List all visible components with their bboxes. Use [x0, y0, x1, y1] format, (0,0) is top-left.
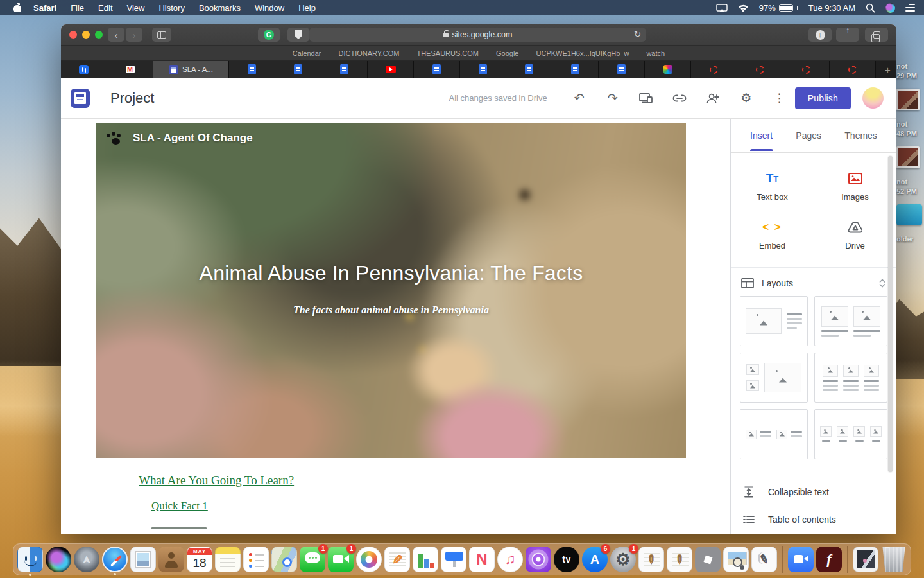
grammarly-extension-button[interactable]: G	[258, 28, 280, 42]
panel-tab-themes[interactable]: Themes	[843, 120, 878, 151]
desktop-file-label[interactable]: not52 PM	[896, 177, 924, 197]
dock-photos[interactable]	[356, 547, 382, 572]
tab-red-site[interactable]	[783, 61, 830, 78]
favorite-bookmark[interactable]: Google	[496, 49, 518, 57]
dock-pages[interactable]	[384, 547, 410, 572]
panel-tab-insert[interactable]: Insert	[749, 120, 774, 151]
dock-textedit[interactable]	[638, 547, 664, 572]
desktop-screenshot-thumbnail[interactable]	[896, 89, 920, 110]
favorite-bookmark[interactable]: THESAURUS.COM	[416, 49, 479, 57]
dock-contacts[interactable]	[158, 547, 184, 572]
dock-image-file[interactable]	[853, 547, 878, 572]
favorite-bookmark[interactable]: watch	[646, 49, 665, 57]
layout-option-four-img[interactable]	[814, 409, 887, 459]
minimize-window-button[interactable]	[82, 31, 90, 39]
tab-google-doc[interactable]	[599, 61, 645, 78]
menu-app-name[interactable]: Safari	[33, 3, 56, 13]
tab-gmail[interactable]: M	[107, 61, 153, 78]
settings-button[interactable]: ⚙	[739, 91, 754, 106]
dock-textedit-2[interactable]	[667, 547, 692, 572]
undo-button[interactable]: ↶	[572, 91, 587, 106]
close-window-button[interactable]	[69, 31, 77, 39]
share-button[interactable]	[836, 28, 859, 42]
sidebar-toggle-button[interactable]	[152, 28, 171, 42]
page-link-2[interactable]: Quick Fact 1	[151, 500, 294, 512]
dock-siri[interactable]	[46, 547, 71, 572]
menu-item-bookmarks[interactable]: Bookmarks	[199, 3, 241, 13]
google-sites-logo-icon[interactable]	[71, 89, 90, 108]
tab-app-blue[interactable]	[61, 61, 107, 78]
more-options-button[interactable]: ⋮	[772, 91, 787, 106]
favorite-bookmark[interactable]: UCPKWE1H6x...IqUIKgHb_w	[536, 49, 629, 57]
desktop-file-label[interactable]: not29 PM	[896, 62, 924, 81]
screen-mirroring-icon[interactable]	[716, 4, 728, 12]
share-with-others-button[interactable]	[705, 91, 721, 106]
tab-padlet[interactable]	[645, 61, 691, 78]
tab-google-doc[interactable]	[506, 61, 552, 78]
site-document-title[interactable]: Project	[110, 90, 154, 107]
window-title-bar[interactable]: ‹ › G sites.google.com ↻ ↓	[61, 24, 896, 45]
dock-messages[interactable]: 1	[300, 547, 325, 572]
tab-google-doc[interactable]	[552, 61, 599, 78]
reload-icon[interactable]: ↻	[634, 30, 641, 39]
tab-red-site[interactable]	[691, 61, 737, 78]
dock-reminders[interactable]	[243, 547, 269, 572]
tab-youtube[interactable]	[368, 61, 414, 78]
collapse-section-icon[interactable]	[878, 279, 886, 288]
wifi-icon[interactable]	[738, 4, 749, 12]
battery-status[interactable]: 97%	[759, 3, 798, 13]
panel-item-collapsible[interactable]: Collapsible text	[731, 478, 896, 506]
dock-keynote[interactable]	[441, 547, 466, 572]
insert-tool-images[interactable]: Images	[814, 162, 896, 211]
dock-news[interactable]: N	[469, 547, 495, 572]
publish-button[interactable]: Publish	[795, 87, 851, 109]
menu-item-edit[interactable]: Edit	[98, 3, 112, 13]
tab-google-doc[interactable]	[321, 61, 368, 78]
menu-item-file[interactable]: File	[71, 3, 84, 13]
dock-notes[interactable]	[215, 547, 241, 572]
downloads-button[interactable]: ↓	[809, 28, 832, 42]
forward-button[interactable]: ›	[126, 28, 142, 42]
favorite-bookmark[interactable]: DICTIONARY.COM	[339, 49, 400, 57]
dock-calendar[interactable]: MAY18	[187, 547, 212, 572]
panel-item-toc[interactable]: Table of contents	[731, 506, 896, 533]
dock-itunes[interactable]: ♫	[497, 547, 523, 572]
notification-center-icon[interactable]	[905, 4, 915, 12]
tab-google-doc[interactable]	[414, 61, 460, 78]
layout-option-three-img[interactable]	[814, 353, 887, 403]
tab-google-sites[interactable]: SLA - A...	[153, 61, 229, 78]
copy-link-button[interactable]	[672, 91, 687, 106]
tab-overview-button[interactable]	[865, 28, 888, 42]
desktop-folder-icon[interactable]	[896, 204, 922, 225]
page-hero-banner[interactable]: SLA - Agent Of Change Animal Abuse In Pe…	[96, 123, 686, 458]
desktop-file-label[interactable]: older	[896, 234, 924, 244]
tab-red-site[interactable]	[737, 61, 783, 78]
page-scrollbar[interactable]	[888, 156, 893, 472]
shield-extension-button[interactable]	[287, 28, 309, 42]
dock-facetime[interactable]: 1	[328, 547, 354, 572]
favorite-bookmark[interactable]: Calendar	[293, 49, 321, 57]
layout-option-pairs[interactable]	[740, 409, 808, 459]
dock-flash[interactable]: f	[816, 547, 842, 572]
layout-option-img-text[interactable]	[740, 296, 808, 346]
siri-icon[interactable]	[886, 3, 895, 13]
dock-podcasts[interactable]	[526, 547, 551, 572]
page-link-1[interactable]: What Are You Going To Learn?	[139, 473, 294, 487]
desktop-file-label[interactable]: not48 PM	[896, 119, 924, 139]
menu-item-view[interactable]: View	[127, 3, 145, 13]
dock-roblox[interactable]	[695, 547, 721, 572]
dock-appstore[interactable]: A6	[582, 547, 608, 572]
dock-zoom[interactable]	[788, 547, 814, 572]
new-tab-button[interactable]: +	[876, 61, 896, 78]
dock-script-editor[interactable]	[751, 547, 777, 572]
tab-red-site[interactable]	[830, 61, 876, 78]
account-avatar[interactable]	[862, 87, 884, 109]
back-button[interactable]: ‹	[108, 28, 124, 42]
dock-appletv[interactable]: tv	[554, 547, 579, 572]
apple-menu-icon[interactable]	[13, 3, 22, 12]
dock-launchpad[interactable]	[74, 547, 99, 572]
desktop-screenshot-thumbnail[interactable]	[896, 146, 920, 168]
dock-numbers[interactable]	[413, 547, 438, 572]
layouts-header[interactable]: Layouts	[731, 272, 896, 293]
tab-google-doc[interactable]	[229, 61, 275, 78]
